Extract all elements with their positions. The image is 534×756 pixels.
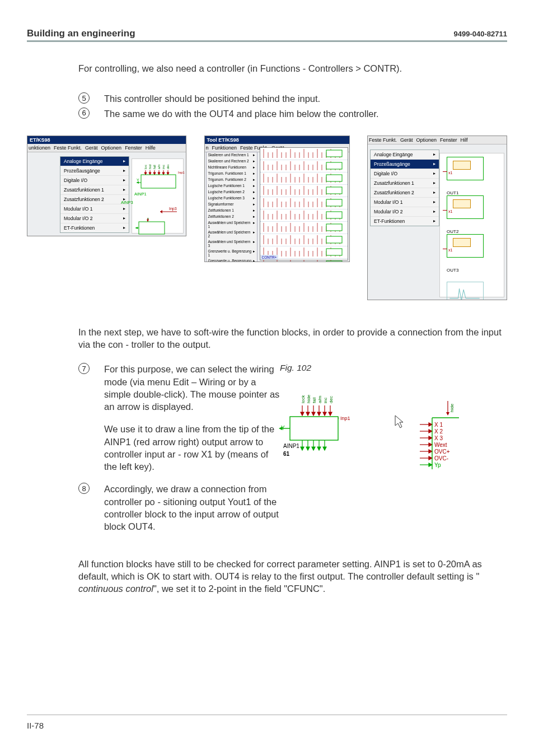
dropdown-item[interactable]: Digitale I/O (60, 175, 129, 185)
dropdown-item[interactable]: Logische Funktionen 1▸ (207, 183, 257, 189)
step-text: Accordingly, we draw a connection from c… (104, 483, 280, 533)
step-text: We use it to draw a line from the tip of… (104, 423, 280, 473)
dropdown-item[interactable]: Zusatzfunktionen 1 (371, 178, 439, 188)
step-number-marker: 6 (78, 108, 90, 119)
svg-text:lock: lock (301, 395, 306, 403)
dropdown-menu[interactable]: Analoge EingängeProzeßausgängeDigitale I… (370, 150, 439, 226)
svg-marker-230 (306, 412, 310, 416)
svg-rect-201 (326, 249, 342, 255)
grid-row (260, 197, 348, 209)
menu-item[interactable]: Fenster (440, 137, 457, 143)
x1-pin-label: x1 (448, 209, 452, 213)
svg-text:Inp1: Inp1 (178, 171, 185, 174)
dropdown-item[interactable]: Modular I/O 2 (60, 213, 129, 223)
dropdown-item[interactable]: ET-Funktionen (60, 223, 129, 232)
svg-marker-238 (329, 412, 332, 416)
svg-marker-30 (135, 227, 138, 229)
figure-caption: Fig. 102 (280, 363, 507, 373)
dropdown-menu[interactable]: Analoge EingängeProzeßausgängeDigitale I… (60, 156, 129, 233)
dropdown-item[interactable]: Nichtlineare Funktionen▸ (207, 165, 257, 171)
dropdown-item[interactable]: Skalieren und Rechnen 1▸ (207, 152, 257, 158)
svg-text:dec: dec (329, 396, 334, 403)
ainp1-name: AINP1 (283, 443, 299, 449)
menu-item[interactable]: Hilf (461, 137, 468, 143)
dropdown-item[interactable]: Prozeßausgänge (60, 166, 129, 175)
menu-item[interactable]: Feste Funkt. (369, 137, 397, 143)
menu-item[interactable]: Optionen (416, 137, 437, 143)
final-post: ", we set it to 2-point in the field "CF… (153, 584, 325, 594)
dropdown-item[interactable]: Modular I/O 1 (60, 204, 129, 213)
svg-text:a/m: a/m (157, 165, 161, 169)
dropdown-item[interactable]: Analoge Eingänge (60, 157, 129, 166)
svg-rect-125 (326, 199, 342, 206)
menu-item[interactable]: Feste Funkt. (54, 145, 82, 151)
dropdown-item[interactable]: Trigonom. Funktionen 2▸ (207, 177, 257, 183)
dropdown-item[interactable]: Grenzwerte u. Begrenzung 1▸ (207, 249, 257, 258)
canvas: lock hide fall a/m inc dec Inp1 (132, 158, 184, 234)
dropdown-item[interactable]: ET-Funktionen (371, 216, 439, 226)
unassigned-block (447, 282, 484, 300)
dropdown-item[interactable]: Auswählen und Speichern 2▸ (207, 230, 257, 239)
svg-marker-15 (153, 172, 156, 175)
svg-marker-252 (317, 447, 321, 450)
svg-marker-257 (429, 423, 432, 426)
dropdown-item[interactable]: Zusatzfunktionen 2 (371, 188, 439, 197)
dropdown-item[interactable]: Skalieren und Rechnen 2▸ (207, 158, 257, 165)
menu-item[interactable]: Funktionen (212, 145, 237, 151)
dropdown-item[interactable]: Auswählen und Speichern 1▸ (207, 220, 257, 230)
menu-item[interactable]: Fenster (125, 145, 142, 151)
cursor-icon (395, 416, 403, 428)
dropdown-item[interactable]: Trigonom. Funktionen 1▸ (207, 171, 257, 177)
figure-102-diagram: lock hide fall a/m inc dec (280, 404, 496, 477)
dropdown-item[interactable]: Auswählen und Speichern 3▸ (207, 239, 257, 249)
svg-rect-144 (326, 212, 342, 218)
grid-row (260, 148, 348, 160)
svg-text:hide: hide (449, 404, 455, 413)
svg-text:X 1: X 1 (434, 422, 443, 428)
dropdown-item[interactable]: Zeitfunktionen 1▸ (207, 208, 257, 214)
svg-marker-16 (158, 172, 160, 175)
screenshot-analog-inputs: ET/KS98 unktionenFeste Funkt.GerätOption… (27, 136, 186, 236)
menu-item[interactable]: unktionen (29, 145, 50, 151)
dropdown-item[interactable]: Zeitfunktionen 2▸ (207, 214, 257, 220)
screenshot-process-outputs: Feste Funkt.GerätOptionenFensterHilf Ana… (367, 136, 507, 300)
dropdown-item[interactable]: Signalumformer▸ (207, 202, 257, 208)
step-row: We use it to draw a line from the tip of… (78, 423, 280, 473)
menu-item[interactable]: Gerät (400, 137, 413, 143)
svg-rect-28 (139, 222, 165, 234)
svg-marker-234 (317, 412, 321, 416)
svg-text:X 3: X 3 (434, 435, 443, 441)
menu-item[interactable]: Optionen (101, 145, 122, 151)
svg-text:X 2: X 2 (434, 428, 443, 435)
svg-marker-27 (147, 220, 149, 222)
dropdown-item[interactable]: Modular I/O 1 (371, 197, 439, 207)
menu-item[interactable]: n (206, 145, 209, 151)
dropdown-item[interactable]: Zusatzfunktionen 1 (60, 185, 129, 194)
svg-rect-241 (290, 417, 338, 440)
page-header: Building an engineering 9499-040-82711 (27, 28, 507, 42)
step-number-marker: 8 (78, 483, 90, 494)
dropdown-item[interactable]: Logische Funktionen 2▸ (207, 189, 257, 195)
svg-marker-267 (429, 456, 432, 460)
dropdown-item[interactable]: Logische Funktionen 3▸ (207, 195, 257, 202)
svg-text:Yp: Yp (434, 462, 441, 468)
output-canvas: x1OUT1x1OUT2x1OUT3 (439, 153, 504, 297)
page-number: II-78 (27, 721, 44, 730)
dropdown-menu[interactable]: Skalieren und Rechnen 1▸Skalieren und Re… (206, 152, 257, 262)
menu-item[interactable]: Gerät (85, 145, 98, 151)
dropdown-item[interactable]: Prozeßausgänge (371, 159, 439, 169)
svg-text:fall: fall (153, 165, 156, 169)
screenshots-row: ET/KS98 unktionenFeste Funkt.GerätOption… (27, 136, 507, 300)
step-number-marker: 5 (78, 92, 90, 104)
svg-rect-182 (326, 236, 342, 243)
step-number-marker: 7 (78, 363, 90, 374)
dropdown-item[interactable]: Grenzwerte u. Begrenzung 2▸ (207, 258, 257, 262)
svg-text:Y: Y (137, 178, 139, 182)
menu-item[interactable]: Hilfe (146, 145, 156, 151)
dropdown-item[interactable]: Digitale I/O (371, 169, 439, 178)
dropdown-item[interactable]: Zusatzfunktionen 2 (60, 194, 129, 204)
dropdown-item[interactable]: Modular I/O 2 (371, 207, 439, 216)
step-row: 5This controller should be positioned be… (78, 92, 507, 105)
svg-marker-250 (312, 447, 315, 450)
dropdown-item[interactable]: Analoge Eingänge (371, 150, 439, 159)
